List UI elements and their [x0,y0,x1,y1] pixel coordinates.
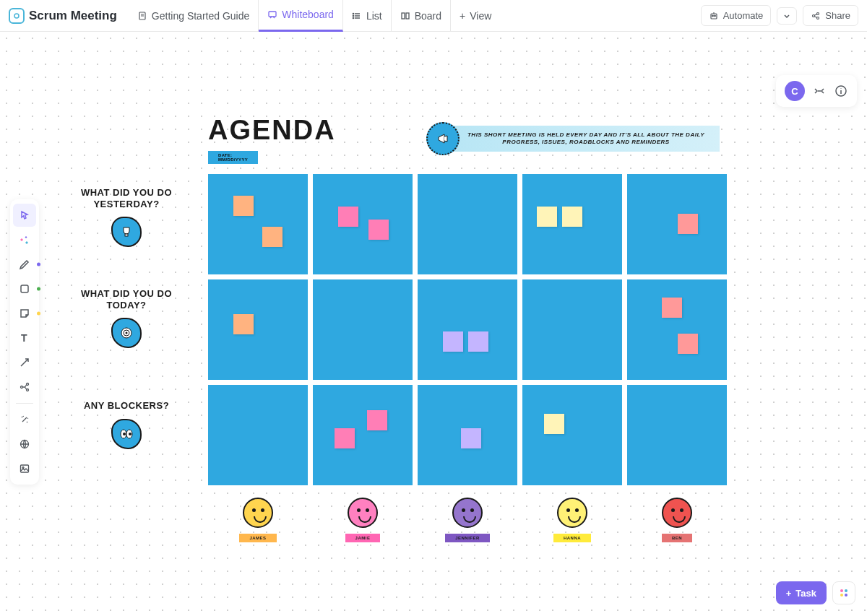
sticky-icon [19,308,30,319]
ai-tool[interactable] [13,228,36,251]
sticky-note[interactable] [368,220,389,240]
magic-tool[interactable] [13,408,36,431]
person-name[interactable]: JENNIFER [445,534,490,542]
sticky-note[interactable] [468,331,488,352]
person-name[interactable]: BEN [662,534,692,542]
fit-button[interactable] [812,84,827,98]
web-tool[interactable] [13,433,36,456]
add-view-button[interactable]: + View [451,10,500,22]
page-title[interactable]: Scrum Meeting [29,9,117,23]
board-icon [400,11,410,21]
whiteboard-icon [267,9,277,19]
banner-text[interactable]: This short meeting is held every day and… [445,126,720,152]
svg-point-32 [845,589,847,592]
sticky-note[interactable] [338,207,358,227]
sticky-note[interactable] [367,410,387,430]
sticky-note[interactable] [544,414,564,434]
sticky-note[interactable] [678,214,698,234]
cursor-icon [19,209,30,221]
svg-rect-20 [21,465,29,472]
grid-cell[interactable] [627,385,727,485]
whiteboard-canvas[interactable]: T C AGENDA DATE: MM/DD/YYYY This short m… [0,32,867,616]
smiley-icon [243,498,273,528]
person: JENNIFER [418,498,517,542]
sticky-note[interactable] [262,227,282,247]
share-label: Share [825,10,850,21]
user-avatar[interactable]: C [785,81,805,101]
person-name[interactable]: JAMIE [345,534,381,542]
row-label-text[interactable]: Any blockers? [65,400,188,412]
grid-cell[interactable] [418,174,517,274]
sticky-grid[interactable] [208,174,727,485]
sticky-note[interactable] [443,331,463,352]
info-button[interactable] [834,84,848,98]
automate-button[interactable]: Automate [701,5,772,26]
row-label-text[interactable]: What did you do yesterday? [65,187,188,209]
sticky-note[interactable] [562,207,582,227]
svg-rect-7 [406,13,409,19]
target-icon [111,318,142,348]
tab-whiteboard[interactable]: Whiteboard [259,0,343,32]
tab-getting-started[interactable]: Getting Started Guide [129,0,259,32]
tab-list[interactable]: List [343,0,392,32]
sticky-note[interactable] [678,334,698,354]
sticky-note[interactable] [335,428,355,448]
eyes-icon [111,419,142,449]
person-name[interactable]: JAMES [239,534,276,542]
grid-cell[interactable] [313,174,413,274]
svg-text:T: T [21,332,27,344]
automate-dropdown[interactable] [777,7,797,25]
robot-icon [709,11,719,21]
grid-cell[interactable] [313,385,413,485]
space-icon[interactable] [9,8,25,24]
plus-icon: + [460,10,465,22]
share-button[interactable]: Share [803,5,858,26]
person: BEN [627,498,727,542]
view-label: View [470,10,491,22]
grid-cell[interactable] [418,385,517,485]
relationship-tool[interactable] [13,376,36,399]
agenda-heading[interactable]: AGENDA [208,115,336,146]
text-tool[interactable]: T [13,326,36,350]
tab-board[interactable]: Board [392,0,451,32]
sticky-note[interactable] [537,207,557,227]
doc-icon [137,11,147,21]
sticky-note[interactable] [233,196,254,216]
new-task-button[interactable]: + Task [776,581,827,604]
share-icon [811,11,821,21]
tab-label: Whiteboard [282,9,334,20]
grid-cell[interactable] [627,279,727,380]
person: JAMES [208,498,308,542]
view-tabs: Getting Started Guide Whiteboard List Bo… [129,0,500,32]
canvas-controls: C [776,75,857,107]
grid-cell[interactable] [418,279,517,380]
sticky-note[interactable] [233,314,254,334]
shape-tool[interactable] [13,277,36,300]
connector-tool[interactable] [13,351,36,374]
image-tool[interactable] [13,457,36,480]
app-header: Scrum Meeting Getting Started Guide Whit… [0,0,867,32]
select-tool[interactable] [13,204,36,227]
row-label-text[interactable]: What did you do today? [65,288,188,311]
list-icon [352,11,362,21]
sticky-note[interactable] [662,298,682,318]
grid-cell[interactable] [522,385,622,485]
pen-tool[interactable] [13,253,36,276]
grid-cell[interactable] [208,279,308,380]
sticky-note[interactable] [461,428,481,448]
sticky-tool[interactable] [13,302,36,325]
apps-button[interactable] [832,581,855,604]
svg-point-33 [840,594,843,597]
date-tag[interactable]: DATE: MM/DD/YYYY [208,151,258,164]
tab-label: List [366,10,382,22]
grid-cell[interactable] [208,174,308,274]
megaphone-icon [426,122,460,155]
grid-cell[interactable] [522,174,622,274]
svg-point-11 [813,14,815,17]
grid-cell[interactable] [208,385,308,485]
grid-cell[interactable] [313,279,413,380]
grid-cell[interactable] [627,174,727,274]
row-label-blockers: Any blockers? [65,400,188,449]
person-name[interactable]: HANNA [553,534,591,542]
grid-cell[interactable] [522,279,622,380]
